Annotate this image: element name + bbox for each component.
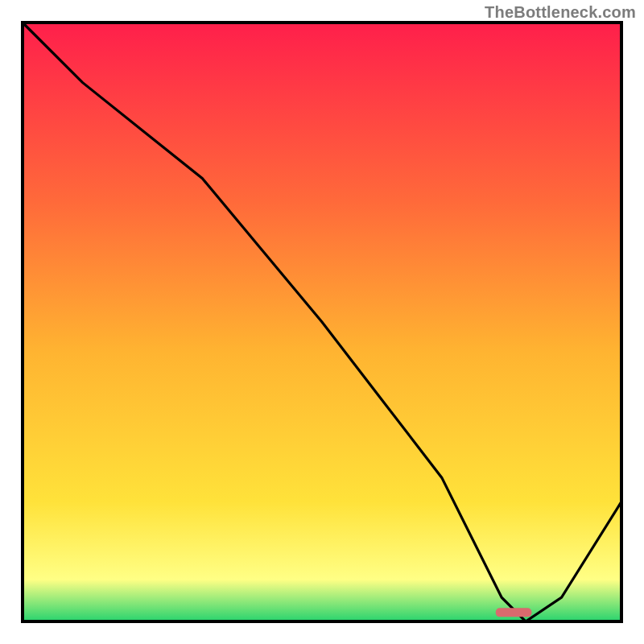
attribution-label: TheBottleneck.com [485, 3, 636, 22]
bottleneck-chart [0, 0, 644, 644]
chart-container: TheBottleneck.com [0, 0, 644, 644]
optimal-marker [496, 608, 532, 617]
